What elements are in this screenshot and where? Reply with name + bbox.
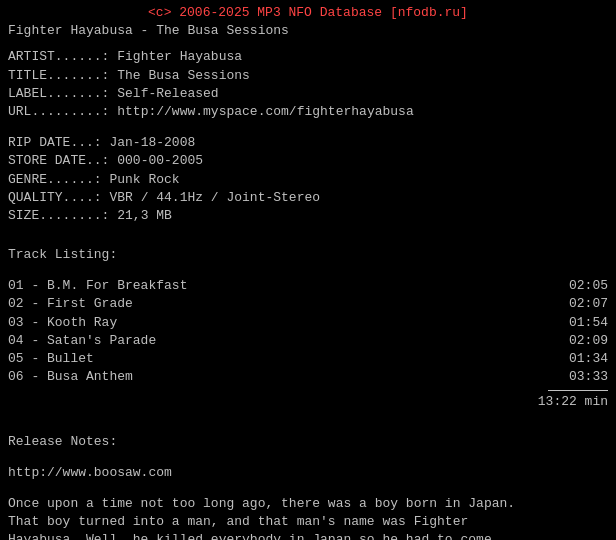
total-duration: 13:22 min (538, 393, 608, 411)
title-row: TITLE.......: The Busa Sessions (8, 67, 608, 85)
table-row: 06 - Busa Anthem03:33 (8, 368, 608, 386)
release-paragraph: Once upon a time not too long ago, there… (8, 495, 608, 540)
genre-row: GENRE......: Punk Rock (8, 171, 608, 189)
table-row: 04 - Satan's Parade02:09 (8, 332, 608, 350)
store-date-row: STORE DATE..: 000-00-2005 (8, 152, 608, 170)
table-row: 01 - B.M. For Breakfast02:05 (8, 277, 608, 295)
total-divider-row: 13:22 min (8, 386, 608, 411)
dates-quality-section: RIP DATE...: Jan-18-2008 STORE DATE..: 0… (8, 134, 608, 225)
quality-row: QUALITY....: VBR / 44.1Hz / Joint-Stereo (8, 189, 608, 207)
album-title-line: Fighter Hayabusa - The Busa Sessions (8, 22, 608, 40)
copyright-text: <c> 2006-2025 MP3 NFO Database [nfodb.ru… (148, 5, 468, 20)
release-notes-heading: Release Notes: (8, 433, 608, 451)
metadata-section: ARTIST......: Fighter Hayabusa TITLE....… (8, 48, 608, 121)
tracklist-section: Track Listing: 01 - B.M. For Breakfast02… (8, 246, 608, 412)
track-list: 01 - B.M. For Breakfast02:0502 - First G… (8, 277, 608, 386)
table-row: 05 - Bullet01:34 (8, 350, 608, 368)
release-notes-url: http://www.boosaw.com (8, 464, 608, 482)
page-container: <c> 2006-2025 MP3 NFO Database [nfodb.ru… (8, 4, 608, 540)
rip-date-row: RIP DATE...: Jan-18-2008 (8, 134, 608, 152)
release-notes-section: Release Notes: http://www.boosaw.com Onc… (8, 433, 608, 540)
url-row: URL.........: http://www.myspace.com/fig… (8, 103, 608, 121)
tracklist-heading: Track Listing: (8, 246, 608, 264)
artist-row: ARTIST......: Fighter Hayabusa (8, 48, 608, 66)
release-notes-paragraphs: Once upon a time not too long ago, there… (8, 495, 608, 540)
label-row: LABEL.......: Self-Released (8, 85, 608, 103)
table-row: 03 - Kooth Ray01:54 (8, 314, 608, 332)
table-row: 02 - First Grade02:07 (8, 295, 608, 313)
size-row: SIZE........: 21,3 MB (8, 207, 608, 225)
copyright-line: <c> 2006-2025 MP3 NFO Database [nfodb.ru… (8, 4, 608, 22)
